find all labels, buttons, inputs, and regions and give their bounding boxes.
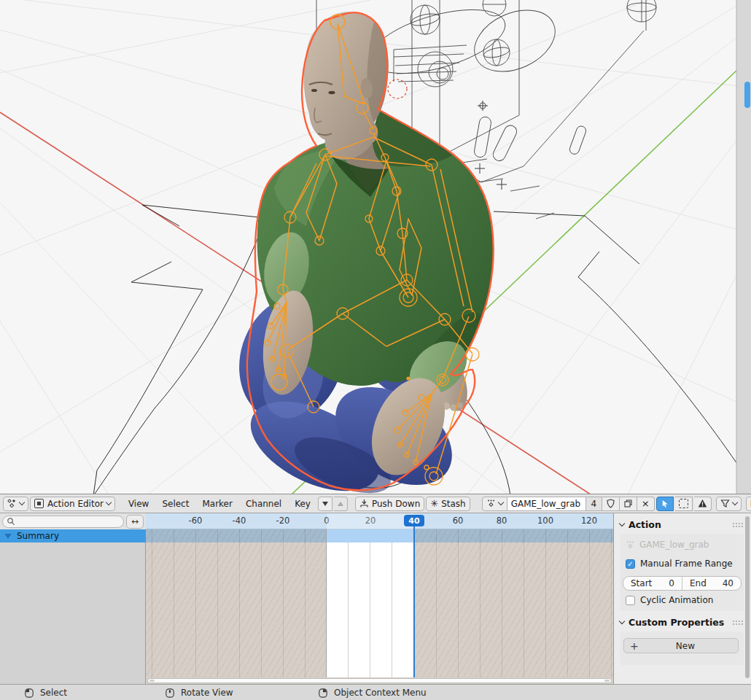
chevron-down-icon <box>619 521 625 526</box>
chevron-down-icon <box>106 499 112 505</box>
mouse-middle-icon <box>165 688 175 698</box>
layer-up-button[interactable] <box>334 497 348 511</box>
triangle-down-icon <box>322 502 328 506</box>
ruler-tick: 100 <box>537 516 553 526</box>
action-panel-header[interactable]: Action <box>620 519 661 530</box>
layer-down-button[interactable] <box>318 497 332 511</box>
stash-label: Stash <box>441 499 466 509</box>
disclosure-triangle-icon[interactable] <box>4 534 12 539</box>
start-frame-field[interactable]: Start 0 <box>623 577 682 590</box>
filter-funnel-icon <box>720 499 730 508</box>
status-hint-context-menu: Object Context Menu <box>318 685 427 700</box>
summary-inrange-band <box>327 529 414 542</box>
manual-frame-range-label: Manual Frame Range <box>640 559 733 569</box>
scrollbar-left-cap[interactable] <box>149 680 155 682</box>
frame-zero-line <box>326 529 327 677</box>
plus-icon: + <box>630 640 639 652</box>
summary-label: Summary <box>17 531 59 541</box>
linked-action-name: GAME_low_grab <box>639 540 709 550</box>
manual-frame-range-row: ✓ Manual Frame Range <box>626 559 733 569</box>
action-editor-mode-select[interactable]: Action Editor <box>30 497 115 511</box>
scrollbar-right-cap[interactable] <box>604 680 610 682</box>
push-down-label: Push Down <box>372 499 420 509</box>
current-frame-value: 40 <box>408 516 419 526</box>
menu-marker[interactable]: Marker <box>196 499 238 509</box>
snowflake-icon: ✳ <box>430 499 438 508</box>
ruler-tick: -60 <box>189 516 203 526</box>
grip-dots-icon[interactable] <box>732 620 744 625</box>
status-hint-rotate-view: Rotate View <box>165 685 233 700</box>
fake-user-button[interactable] <box>602 497 620 511</box>
action-name-field[interactable]: GAME_low_grab <box>507 497 586 511</box>
ruler-tick: 120 <box>581 516 597 526</box>
viewport-scrollbar-thumb[interactable] <box>744 82 750 108</box>
cyclic-animation-checkbox[interactable] <box>626 596 635 605</box>
end-frame-field[interactable]: End 40 <box>682 577 741 590</box>
status-label: Select <box>40 688 67 698</box>
triangle-up-icon <box>338 502 343 506</box>
close-icon: × <box>642 498 650 509</box>
horizontal-scrollbar[interactable] <box>147 678 612 683</box>
custom-properties-header[interactable]: Custom Properties <box>620 617 724 628</box>
only-errors-toggle[interactable] <box>694 497 712 511</box>
mouse-right-icon <box>318 688 328 698</box>
chevron-down-icon <box>731 499 737 505</box>
cursor-select-icon <box>661 499 669 508</box>
editor-type-dropdown[interactable] <box>3 497 28 511</box>
manual-frame-range-checkbox[interactable]: ✓ <box>626 559 635 569</box>
status-hint-select: Select <box>24 685 67 700</box>
menu-view[interactable]: View <box>122 499 155 509</box>
menu-channel[interactable]: Channel <box>240 499 287 509</box>
chevron-down-icon <box>497 499 503 505</box>
users-count-value: 4 <box>591 499 596 509</box>
channel-search-row: ↔ <box>0 513 146 529</box>
filter-dropdown[interactable] <box>716 497 742 511</box>
channel-name-column: ↔ Summary <box>0 513 146 684</box>
stash-button[interactable]: ✳ Stash <box>426 497 470 511</box>
snap-dropdown[interactable]: Nearest F <box>746 497 751 511</box>
only-selected-toggle[interactable] <box>656 497 674 511</box>
expand-channels-button[interactable]: ↔ <box>126 515 144 529</box>
new-property-button[interactable]: + New <box>623 638 739 653</box>
dope-sheet-editor-icon <box>7 499 17 508</box>
unlink-action-button[interactable]: × <box>637 497 655 511</box>
grip-dots-icon[interactable] <box>732 522 744 527</box>
channels-inrange-block <box>327 542 414 677</box>
action-keyframes-icon <box>486 499 496 508</box>
viewport-3d[interactable] <box>0 0 751 494</box>
menu-select[interactable]: Select <box>156 499 195 509</box>
playhead-line[interactable] <box>413 524 415 677</box>
summary-channel-row[interactable]: Summary <box>0 529 146 542</box>
menu-key[interactable]: Key <box>289 499 316 509</box>
action-browse-dropdown[interactable] <box>482 497 507 511</box>
dope-sheet-editor: Action Editor View Select Marker Channel… <box>0 494 751 684</box>
search-icon <box>7 517 15 526</box>
status-bar: Select Rotate View Object Context Menu <box>0 684 751 700</box>
new-button-label: New <box>639 641 732 651</box>
chevron-down-icon <box>19 499 25 505</box>
custom-properties-title: Custom Properties <box>629 617 724 628</box>
action-users-count[interactable]: 4 <box>586 497 602 511</box>
ruler-tick: -20 <box>276 516 290 526</box>
frame-range-fields: Start 0 End 40 <box>623 576 742 591</box>
ruler-inrange-highlight <box>327 513 414 529</box>
status-label: Object Context Menu <box>334 688 427 698</box>
push-down-icon <box>359 499 369 508</box>
show-hidden-toggle[interactable] <box>675 497 693 511</box>
warning-icon <box>698 499 707 508</box>
channel-search-input[interactable] <box>2 516 124 528</box>
check-icon: ✓ <box>627 560 633 568</box>
left-right-arrow-icon: ↔ <box>131 516 139 526</box>
time-ruler[interactable]: -60 -40 -20 0 20 60 80 100 120 <box>146 513 613 529</box>
end-value: 40 <box>723 578 734 588</box>
action-editor-mode-icon <box>34 499 44 508</box>
ruler-tick: 60 <box>453 516 464 526</box>
new-action-button[interactable] <box>620 497 637 511</box>
push-down-button[interactable]: Push Down <box>355 497 424 511</box>
action-id-block: GAME_low_grab 4 × <box>482 497 655 511</box>
shield-icon <box>606 499 615 508</box>
action-name-value: GAME_low_grab <box>511 499 580 509</box>
sidebar-scrollbar[interactable] <box>745 516 750 678</box>
timeline-canvas[interactable]: -60 -40 -20 0 20 60 80 100 120 40 <box>146 513 613 684</box>
current-frame-badge[interactable]: 40 <box>404 515 424 526</box>
